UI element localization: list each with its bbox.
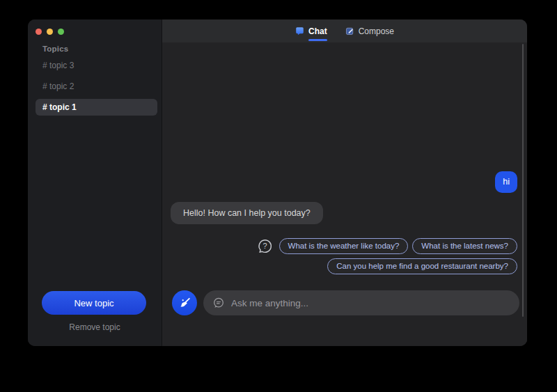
- scrollbar[interactable]: [522, 44, 524, 317]
- suggestions-row: ? What is the weather like today? What i…: [257, 238, 517, 254]
- app-window: Topics # topic 3 # topic 2 # topic 1 New…: [28, 19, 527, 346]
- sidebar: Topics # topic 3 # topic 2 # topic 1 New…: [28, 19, 162, 346]
- topic-list-item[interactable]: # topic 3: [36, 57, 157, 74]
- suggestions-row: Can you help me find a good restaurant n…: [327, 258, 517, 274]
- topics-heading: Topics: [42, 45, 68, 53]
- clear-conversation-button[interactable]: [172, 290, 197, 315]
- message-input-field-container[interactable]: [203, 290, 519, 315]
- remove-topic-button[interactable]: Remove topic: [28, 322, 162, 332]
- minimize-window-button[interactable]: [47, 29, 53, 35]
- broom-icon: [178, 297, 191, 310]
- suggestion-weather-button[interactable]: What is the weather like today?: [279, 238, 409, 254]
- message-bubble-icon: [212, 297, 225, 309]
- window-controls: [36, 29, 64, 35]
- suggestion-news-button[interactable]: What is the latest news?: [412, 238, 517, 254]
- new-topic-button[interactable]: New topic: [42, 291, 146, 315]
- close-window-button[interactable]: [36, 29, 42, 35]
- main-panel: Chat Compose hi Hello! How can I help yo…: [162, 19, 527, 346]
- message-input-bar: [172, 290, 519, 315]
- tab-compose[interactable]: Compose: [345, 26, 394, 36]
- user-message-bubble: hi: [495, 171, 517, 193]
- topic-list: # topic 3 # topic 2 # topic 1: [36, 57, 157, 120]
- tab-chat[interactable]: Chat: [295, 26, 327, 36]
- suggested-prompts: ? What is the weather like today? What i…: [257, 238, 517, 274]
- assistant-message-bubble: Hello! How can I help you today?: [171, 202, 323, 224]
- suggestion-restaurant-button[interactable]: Can you help me find a good restaurant n…: [327, 258, 517, 274]
- zoom-window-button[interactable]: [58, 29, 64, 35]
- chat-bubble-icon: [295, 26, 304, 36]
- topic-list-item[interactable]: # topic 2: [36, 78, 157, 95]
- chat-scroll-area[interactable]: hi Hello! How can I help you today? ? Wh…: [162, 42, 527, 346]
- svg-text:?: ?: [262, 242, 267, 250]
- message-input[interactable]: [231, 298, 510, 308]
- tab-bar: Chat Compose: [162, 19, 527, 42]
- topic-list-item-selected[interactable]: # topic 1: [36, 99, 157, 116]
- tab-chat-label: Chat: [308, 26, 327, 36]
- question-bubble-icon[interactable]: ?: [257, 238, 273, 254]
- compose-icon: [345, 26, 354, 36]
- tab-compose-label: Compose: [359, 26, 394, 36]
